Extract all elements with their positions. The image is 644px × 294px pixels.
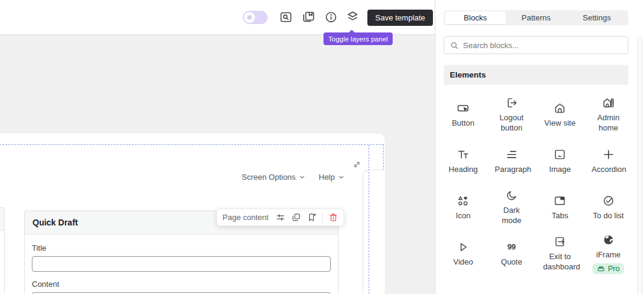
cake-icon — [597, 265, 605, 272]
block-tabs[interactable]: Tabs — [536, 184, 584, 230]
quote-icon: 99 — [505, 240, 518, 254]
block-paragraph[interactable]: Paragraph — [488, 138, 536, 184]
block-exit-to-dashboard[interactable]: Exit to dashboard — [536, 230, 584, 277]
help-label: Help — [319, 173, 335, 182]
tabs-icon — [553, 194, 566, 207]
library-icon — [301, 10, 316, 24]
layers-panel-tooltip: Toggle layers panel — [324, 32, 393, 45]
title-input[interactable] — [32, 256, 331, 272]
block-logout-button[interactable]: Logout button — [488, 91, 536, 138]
search-blocks-box[interactable] — [444, 36, 628, 54]
block-toolbar-label: Page content — [222, 213, 269, 222]
bookmark-add-icon — [307, 212, 317, 222]
save-template-button[interactable]: Save template — [367, 10, 433, 26]
duplicate-icon — [291, 212, 301, 222]
block-heading[interactable]: Heading — [439, 138, 488, 184]
toggle-layers-panel-button[interactable] — [342, 6, 363, 27]
screen-meta-row: Screen Options Help — [0, 173, 385, 183]
editor-topbar: Save template Toggle layers panel — [0, 0, 435, 35]
partial-widget-header — [0, 208, 4, 231]
block-view-site[interactable]: View site — [536, 91, 584, 138]
plus-icon — [602, 148, 615, 161]
svg-text:99: 99 — [508, 242, 516, 251]
panel-tabs: Blocks Patterns Settings — [444, 10, 628, 25]
screen-options-dropdown[interactable]: Screen Options — [242, 173, 305, 182]
expand-diagonal-icon[interactable] — [352, 160, 361, 169]
search-blocks-input[interactable] — [463, 41, 622, 50]
block-accordion[interactable]: Accordion — [584, 138, 633, 184]
templates-library-button[interactable] — [300, 8, 317, 25]
block-icon[interactable]: Icon — [439, 184, 488, 230]
check-circle-icon — [602, 194, 615, 207]
zoom-preview-icon — [279, 10, 293, 24]
tab-blocks[interactable]: Blocks — [445, 11, 506, 24]
shapes-icon — [456, 194, 470, 207]
block-image[interactable]: Image — [536, 138, 584, 184]
search-icon — [450, 41, 459, 50]
blocks-panel: Blocks Patterns Settings Elements Button… — [435, 0, 644, 294]
block-iframe[interactable]: iFrame Pro — [584, 230, 633, 277]
duplicate-block-button[interactable] — [291, 212, 301, 222]
block-dark-mode[interactable]: Dark mode — [488, 184, 536, 230]
content-field-label: Content — [32, 280, 331, 289]
toolbar-divider — [322, 213, 323, 222]
info-icon — [324, 10, 338, 24]
delete-block-button[interactable] — [328, 212, 339, 222]
moon-icon — [505, 189, 518, 202]
elements-section-header: Elements — [444, 65, 628, 85]
home-icon — [553, 102, 566, 115]
image-icon — [553, 148, 566, 161]
dark-mode-toggle[interactable] — [243, 11, 268, 24]
pro-badge: Pro — [592, 263, 624, 274]
screen-options-label: Screen Options — [242, 173, 296, 182]
help-dropdown[interactable]: Help — [319, 173, 345, 182]
block-button[interactable]: Button — [439, 91, 488, 138]
save-block-button[interactable] — [307, 212, 317, 222]
editor-main-area: Save template Toggle layers panel Screen… — [0, 0, 435, 294]
play-icon — [456, 240, 470, 254]
trash-icon — [328, 212, 339, 222]
panel-scrollbar[interactable] — [637, 37, 642, 294]
chevron-down-icon — [299, 174, 305, 180]
blocks-grid: Button Logout button View site Admin hom… — [439, 91, 633, 277]
toggle-knob — [244, 12, 255, 23]
block-toolbar: Page content — [216, 209, 344, 226]
sliders-icon — [275, 212, 286, 222]
quick-draft-body: Title Content — [25, 234, 338, 294]
title-field-label: Title — [32, 243, 331, 253]
app-window: Save template Toggle layers panel Screen… — [0, 0, 644, 294]
tab-patterns[interactable]: Patterns — [506, 11, 566, 24]
tab-settings[interactable]: Settings — [566, 11, 627, 24]
block-to-do-list[interactable]: To do list — [584, 184, 633, 230]
sun-icon — [246, 14, 253, 21]
info-button[interactable] — [323, 9, 339, 25]
pro-badge-label: Pro — [608, 265, 619, 273]
selection-outline-inner — [369, 145, 369, 294]
block-quote[interactable]: 99 Quote — [488, 230, 536, 277]
block-settings-button[interactable] — [275, 212, 286, 222]
button-icon — [456, 102, 470, 115]
admin-home-icon — [602, 96, 615, 109]
layers-icon — [346, 10, 360, 23]
partial-widget-left — [0, 207, 5, 294]
heading-icon — [456, 148, 470, 161]
paragraph-icon — [505, 148, 518, 161]
globe-icon — [602, 233, 615, 247]
dashboard-side-column — [363, 170, 384, 294]
quick-draft-title: Quick Draft — [32, 218, 78, 227]
chevron-down-icon — [338, 174, 345, 180]
logout-icon — [505, 96, 518, 109]
exit-icon — [553, 235, 566, 248]
preview-zoom-button[interactable] — [278, 9, 294, 25]
block-admin-home[interactable]: Admin home — [584, 91, 633, 138]
elements-section-title: Elements — [450, 70, 486, 79]
block-video[interactable]: Video — [439, 230, 488, 277]
